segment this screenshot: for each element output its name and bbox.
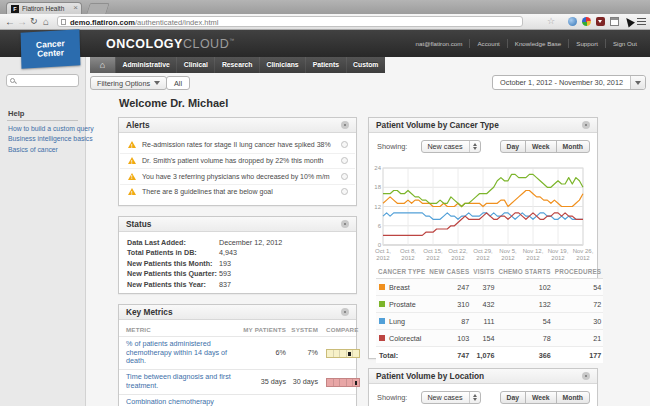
compare-cell	[318, 373, 360, 391]
sidebar-help-link-business-intelligence-basics[interactable]: Business intelligence basics	[8, 134, 94, 144]
alert-item: Dr. Smith's patient volume has dropped b…	[120, 153, 355, 169]
svg-text:Oct 1,2012: Oct 1,2012	[375, 248, 391, 261]
metric-label[interactable]: % of patients administered chemotherapy …	[126, 340, 242, 366]
system-value: 30 days	[286, 377, 318, 386]
bookmark-star-icon[interactable]: ☆	[547, 14, 555, 29]
browser-home-icon[interactable]: ⌂	[43, 14, 49, 29]
table-row-lung: Lung871115430	[376, 313, 603, 330]
sidebar-help-link-basics-of-cancer[interactable]: Basics of cancer	[8, 145, 94, 155]
filtering-options-button[interactable]: Filtering Options	[90, 76, 167, 90]
tab-close-icon[interactable]: ×	[73, 3, 78, 13]
warning-icon	[128, 157, 136, 164]
sidebar-search-input[interactable]	[6, 74, 79, 87]
date-range-select[interactable]: October 1, 2012 - November 30, 2012	[492, 75, 646, 90]
account-links: nat@flatiron.comAccountKnowledge BaseSup…	[409, 30, 644, 57]
gear-icon[interactable]	[582, 121, 590, 129]
gear-icon[interactable]	[341, 220, 349, 228]
metric-label[interactable]: Combination chemotherapy administered fo…	[126, 398, 242, 406]
location-panel-title: Patient Volume by Location	[376, 371, 484, 381]
chevron-down-icon	[635, 81, 641, 85]
table-col-header: VISITS	[471, 266, 496, 279]
header-link-account[interactable]: Account	[470, 40, 506, 47]
compare-bullet-bar	[326, 378, 360, 387]
dismiss-icon[interactable]	[341, 188, 348, 195]
gear-icon[interactable]	[582, 372, 590, 380]
status-title: Status	[126, 219, 151, 229]
back-icon[interactable]: ←	[5, 14, 15, 29]
volume-panel-title: Patient Volume by Cancer Type	[376, 120, 499, 130]
table-col-header: NEW CASES	[427, 266, 471, 279]
range-button-month[interactable]: Month	[556, 140, 590, 153]
new-tab-button[interactable]	[86, 3, 110, 14]
select-arrows-icon	[469, 392, 480, 403]
legend-color-chip	[379, 335, 385, 341]
alert-text: You have 3 referring physicians who decr…	[142, 173, 330, 180]
forward-icon[interactable]: →	[17, 14, 27, 29]
alert-item: Re-admission rates for stage II lung can…	[120, 137, 355, 153]
search-icon	[10, 78, 15, 83]
sidebar: Help How to build a custom queryBusiness…	[0, 57, 86, 406]
showing-select-value: New cases	[427, 142, 462, 151]
extension-icon-colorwheel[interactable]	[582, 17, 591, 26]
table-row-colorectal: Colorectal1031547821	[376, 330, 603, 347]
header-link-support[interactable]: Support	[569, 40, 605, 47]
extension-icon-window[interactable]	[610, 17, 619, 26]
gear-icon[interactable]	[341, 121, 349, 129]
browser-tab[interactable]: F Flatiron Health ×	[6, 2, 82, 14]
date-range-caret[interactable]	[630, 76, 645, 89]
help-heading: Help	[8, 109, 24, 118]
volume-panel-header: Patient Volume by Cancer Type	[369, 118, 597, 133]
nav-tab-clinical[interactable]: Clinical	[176, 57, 214, 73]
showing-select[interactable]: New cases	[421, 140, 480, 153]
range-button-day[interactable]: Day	[500, 391, 526, 404]
key-metrics-table: METRICMY PATIENTSSYSTEMCOMPARE% of patie…	[119, 320, 356, 406]
showing-select[interactable]: New cases	[421, 391, 480, 404]
nav-tab-research[interactable]: Research	[214, 57, 259, 73]
svg-text:6: 6	[378, 223, 382, 229]
header-link-knowledge-base[interactable]: Knowledge Base	[508, 40, 568, 47]
status-value: 593	[219, 269, 231, 279]
status-value: December 12, 2012	[219, 238, 282, 248]
patient-volume-chart: 24181260Oct 1,2012Oct 8,2012Oct 15,2012O…	[371, 165, 597, 263]
nav-tab-home[interactable]: ⌂	[90, 57, 115, 73]
key-metrics-col-header: SYSTEM	[286, 326, 318, 333]
all-filter-button[interactable]: All	[166, 76, 190, 90]
header-link-sign-out[interactable]: Sign Out	[606, 40, 644, 47]
sidebar-help-link-how-to-build-a-custom-query[interactable]: How to build a custom query	[8, 124, 94, 134]
extension-icon-pointer[interactable]	[623, 15, 635, 27]
metric-label[interactable]: Time between diagnosis and first treatme…	[126, 373, 242, 390]
extension-icon-blue[interactable]	[568, 17, 577, 26]
my-patients-value: 6%	[242, 348, 286, 357]
browser-menu-icon[interactable]	[637, 18, 646, 25]
dismiss-icon[interactable]	[341, 141, 348, 148]
brand-primary: ONCOLOGY	[106, 37, 183, 51]
extension-icon-red-dropdown[interactable]	[596, 17, 605, 26]
svg-text:Nov 26,2012: Nov 26,2012	[573, 248, 594, 261]
status-label: Data Last Added:	[127, 238, 219, 248]
range-button-day[interactable]: Day	[500, 140, 526, 153]
alerts-panel-header: Alerts	[119, 118, 356, 133]
nav-tab-clinicians[interactable]: Clinicians	[259, 57, 305, 73]
my-patients-value: 35 days	[242, 377, 286, 386]
primary-nav: ⌂ AdministrativeClinicalResearchClinicia…	[90, 57, 385, 73]
status-row: Total Patients in DB:4,943	[119, 248, 356, 258]
app-header: ONCOLOGYCLOUD™ nat@flatiron.comAccountKn…	[0, 30, 650, 57]
dismiss-icon[interactable]	[341, 173, 348, 180]
address-bar[interactable]: demo.flatiron.com/authenticated/index.ht…	[57, 16, 523, 27]
svg-text:12: 12	[374, 204, 381, 210]
nav-tab-administrative[interactable]: Administrative	[115, 57, 176, 73]
key-metrics-col-header: METRIC	[126, 326, 242, 333]
dismiss-icon[interactable]	[341, 157, 348, 164]
alerts-list: Re-admission rates for stage II lung can…	[119, 133, 356, 199]
table-row-breast: Breast24737910254	[376, 279, 603, 296]
range-button-week[interactable]: Week	[525, 391, 557, 404]
reload-icon[interactable]: ↻	[30, 14, 38, 29]
url-path: /authenticated/index.html	[135, 18, 218, 27]
gear-icon[interactable]	[341, 308, 349, 316]
nav-tab-patients[interactable]: Patients	[305, 57, 345, 73]
compare-cell	[318, 344, 360, 362]
range-button-week[interactable]: Week	[525, 140, 557, 153]
nav-tab-custom[interactable]: Custom	[346, 57, 385, 73]
header-link-nat-flatiron-com[interactable]: nat@flatiron.com	[409, 40, 470, 47]
range-button-month[interactable]: Month	[556, 391, 590, 404]
